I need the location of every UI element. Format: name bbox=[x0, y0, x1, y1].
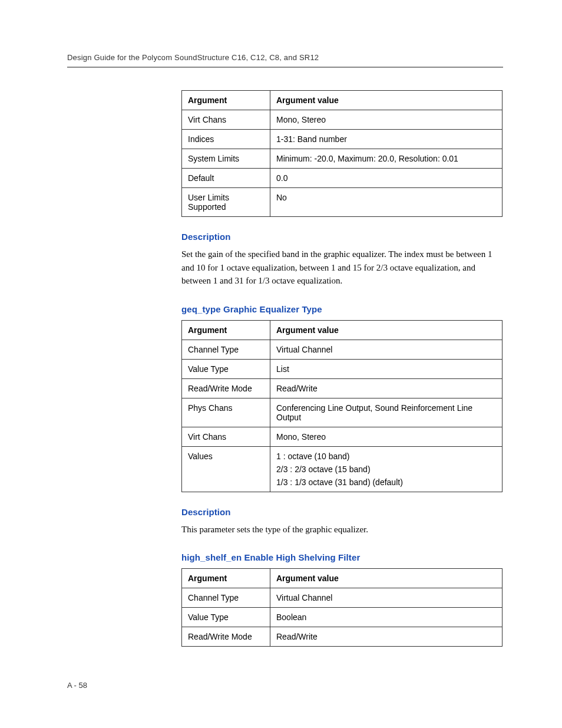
cell-value: Virtual Channel bbox=[270, 340, 503, 359]
value-line: 2/3 : 2/3 octave (15 band) bbox=[276, 465, 496, 474]
table-row: Channel Type Virtual Channel bbox=[182, 340, 503, 359]
cell-value: Virtual Channel bbox=[270, 588, 503, 608]
page-container: Design Guide for the Polycom SoundStruct… bbox=[0, 0, 562, 685]
description-text-2: This parameter sets the type of the grap… bbox=[181, 523, 503, 536]
cell-argument: Virt Chans bbox=[182, 110, 270, 130]
cell-argument: Indices bbox=[182, 130, 270, 149]
table-row: Read/Write Mode Read/Write bbox=[182, 378, 503, 398]
table-row: Value Type Boolean bbox=[182, 608, 503, 627]
cell-value: Read/Write bbox=[270, 627, 503, 647]
content-area: Argument Argument value Virt Chans Mono,… bbox=[181, 90, 503, 647]
cell-argument: Values bbox=[182, 446, 270, 492]
table-header-value: Argument value bbox=[270, 569, 503, 588]
table-header-row: Argument Argument value bbox=[182, 569, 503, 588]
cell-value: List bbox=[270, 359, 503, 378]
table-row: Virt Chans Mono, Stereo bbox=[182, 427, 503, 446]
table-header-value: Argument value bbox=[270, 320, 503, 340]
cell-value: Mono, Stereo bbox=[270, 110, 503, 130]
table-row: Read/Write Mode Read/Write bbox=[182, 627, 503, 647]
table-header-value: Argument value bbox=[270, 91, 503, 110]
table-row: User Limits Supported No bbox=[182, 188, 503, 217]
section-heading-description-2: Description bbox=[181, 507, 503, 517]
cell-value: Read/Write bbox=[270, 378, 503, 398]
section-heading-high-shelf: high_shelf_en Enable High Shelving Filte… bbox=[181, 552, 503, 562]
cell-argument: Read/Write Mode bbox=[182, 627, 270, 647]
description-text-1: Set the gain of the specified band in th… bbox=[181, 248, 503, 288]
table-row: Indices 1-31: Band number bbox=[182, 130, 503, 149]
table-row: Phys Chans Conferencing Line Output, Sou… bbox=[182, 398, 503, 427]
table-header-argument: Argument bbox=[182, 569, 270, 588]
cell-argument: Default bbox=[182, 169, 270, 188]
table-header-row: Argument Argument value bbox=[182, 320, 503, 340]
argument-table-2: Argument Argument value Channel Type Vir… bbox=[181, 320, 503, 492]
argument-table-3: Argument Argument value Channel Type Vir… bbox=[181, 568, 503, 647]
cell-value: 1-31: Band number bbox=[270, 130, 503, 149]
section-heading-geq-type: geq_type Graphic Equalizer Type bbox=[181, 304, 503, 314]
table-header-argument: Argument bbox=[182, 320, 270, 340]
cell-argument: Channel Type bbox=[182, 588, 270, 608]
value-line: 1/3 : 1/3 octave (31 band) (default) bbox=[276, 477, 496, 487]
cell-value: Mono, Stereo bbox=[270, 427, 503, 446]
cell-argument: User Limits Supported bbox=[182, 188, 270, 217]
cell-argument: Virt Chans bbox=[182, 427, 270, 446]
argument-table-1: Argument Argument value Virt Chans Mono,… bbox=[181, 90, 503, 217]
document-header-title: Design Guide for the Polycom SoundStruct… bbox=[67, 53, 503, 62]
cell-value: Conferencing Line Output, Sound Reinforc… bbox=[270, 398, 503, 427]
table-header-argument: Argument bbox=[182, 91, 270, 110]
table-row: Default 0.0 bbox=[182, 169, 503, 188]
cell-value: Minimum: -20.0, Maximum: 20.0, Resolutio… bbox=[270, 149, 503, 169]
value-line: 1 : octave (10 band) bbox=[276, 452, 496, 461]
table-row: Virt Chans Mono, Stereo bbox=[182, 110, 503, 130]
table-row: System Limits Minimum: -20.0, Maximum: 2… bbox=[182, 149, 503, 169]
table-row: Values 1 : octave (10 band) 2/3 : 2/3 oc… bbox=[182, 446, 503, 492]
cell-value-multiline: 1 : octave (10 band) 2/3 : 2/3 octave (1… bbox=[270, 446, 503, 492]
table-header-row: Argument Argument value bbox=[182, 91, 503, 110]
cell-argument: Channel Type bbox=[182, 340, 270, 359]
cell-argument: Value Type bbox=[182, 608, 270, 627]
cell-argument: Value Type bbox=[182, 359, 270, 378]
table-row: Channel Type Virtual Channel bbox=[182, 588, 503, 608]
table-row: Value Type List bbox=[182, 359, 503, 378]
cell-value: No bbox=[270, 188, 503, 217]
cell-value: 0.0 bbox=[270, 169, 503, 188]
cell-argument: Read/Write Mode bbox=[182, 378, 270, 398]
cell-argument: System Limits bbox=[182, 149, 270, 169]
cell-value: Boolean bbox=[270, 608, 503, 627]
cell-argument: Phys Chans bbox=[182, 398, 270, 427]
page-number: A - 58 bbox=[67, 681, 87, 690]
header-divider bbox=[67, 67, 503, 68]
section-heading-description-1: Description bbox=[181, 232, 503, 242]
